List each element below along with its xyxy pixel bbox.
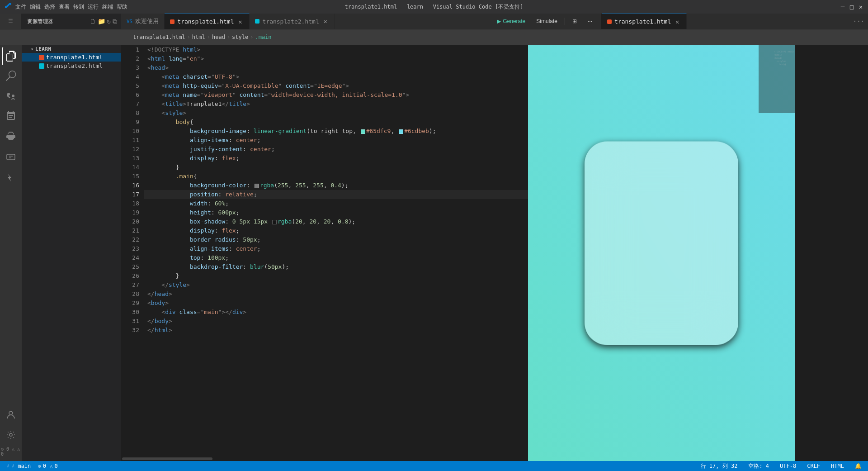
code-line-30[interactable]: <div class="main"></div> [144, 308, 528, 317]
preview-file-tab[interactable]: transplate1.html ✕ [602, 14, 687, 29]
activity-testing[interactable] [2, 168, 20, 186]
menu-goto[interactable]: 转到 [73, 3, 84, 11]
activity-settings[interactable] [2, 426, 20, 444]
refresh-icon[interactable]: ↻ [107, 18, 111, 25]
scrollbar-thumb[interactable] [122, 457, 212, 460]
status-language[interactable]: HTML [829, 461, 846, 471]
activity-source-control[interactable] [2, 87, 20, 105]
new-file-icon[interactable]: 🗋 [90, 18, 96, 25]
code-line-13[interactable]: display: flex; [144, 154, 528, 163]
file-transplate2[interactable]: transplate2.html [22, 62, 121, 70]
folder-learn[interactable]: ▾ LEARN [22, 45, 121, 53]
tab-welcome[interactable]: VS 欢迎使用 [121, 14, 165, 29]
code-line-5[interactable]: <meta http-equiv="X-UA-Compatible" conte… [144, 81, 528, 90]
code-line-17[interactable]: position: relative; [144, 190, 528, 199]
editor-layout-button[interactable]: ⊞ [569, 17, 580, 26]
menu-view[interactable]: 查看 [59, 3, 70, 11]
code-content[interactable]: 1 2 3 4 5 6 7 8 9 10 11 12 13 14 15 16 1 [121, 45, 528, 457]
error-count[interactable]: ⊘ 0 △ △ 0 [0, 446, 22, 457]
preview-tab-close[interactable]: ✕ [674, 18, 681, 25]
code-line-15[interactable]: .main{ [144, 172, 528, 181]
status-errors[interactable]: ⊘ 0 △ 0 [36, 461, 60, 471]
code-line-23[interactable]: align-items: center; [144, 244, 528, 253]
sidebar-toggle-icon[interactable]: ☰ [8, 18, 13, 24]
status-feedback[interactable]: 🔔 [853, 461, 863, 471]
tab-transplate2[interactable]: transplate2.html ✕ [250, 14, 335, 29]
status-line-ending[interactable]: CRLF [805, 461, 822, 471]
code-line-4[interactable]: <meta charset="UTF-8"> [144, 72, 528, 81]
line-num-19: 19 [121, 208, 139, 217]
code-line-9[interactable]: body{ [144, 118, 528, 127]
preview-tab-label: transplate1.html [614, 18, 671, 25]
tab-transplate1[interactable]: transplate1.html ✕ [165, 14, 250, 29]
code-line-14[interactable]: } [144, 163, 528, 172]
code-line-25[interactable]: backdrop-filter: blur(50px); [144, 262, 528, 271]
code-lines[interactable]: <!DOCTYPE html> <html lang="en"> <head> … [144, 45, 528, 457]
menu-file[interactable]: 文件 [15, 3, 26, 11]
code-line-28[interactable]: </head> [144, 290, 528, 299]
more-actions-button[interactable]: ··· [584, 17, 596, 26]
tab-transplate2-close[interactable]: ✕ [322, 18, 329, 25]
code-line-32[interactable]: </html> [144, 326, 528, 335]
breadcrumb-html[interactable]: html [192, 34, 205, 40]
code-line-6[interactable]: <meta name="viewport" content="width=dev… [144, 90, 528, 100]
tab-transplate1-close[interactable]: ✕ [236, 18, 244, 25]
menu-terminal[interactable]: 终端 [102, 3, 113, 11]
collapse-icon[interactable]: ⧉ [113, 18, 117, 25]
new-folder-icon[interactable]: 📁 [98, 18, 105, 25]
code-line-3[interactable]: <head> [144, 63, 528, 72]
code-line-29[interactable]: <body> [144, 299, 528, 308]
code-line-21[interactable]: display: flex; [144, 226, 528, 235]
generate-button[interactable]: ▶ Generate [493, 17, 529, 26]
activity-search[interactable] [2, 67, 20, 85]
activity-remote[interactable] [2, 148, 20, 167]
code-line-24[interactable]: top: 100px; [144, 253, 528, 262]
menu-edit[interactable]: 编辑 [30, 3, 41, 11]
code-line-31[interactable]: </body> [144, 317, 528, 326]
line-num-7: 7 [121, 100, 139, 109]
breadcrumb-main[interactable]: .main [255, 34, 271, 40]
horizontal-scrollbar[interactable] [121, 457, 528, 461]
code-line-26[interactable]: } [144, 271, 528, 281]
status-position[interactable]: 行 17, 列 32 [699, 461, 740, 471]
maximize-button[interactable]: □ [849, 4, 854, 10]
line-num-22: 22 [121, 235, 139, 244]
activity-run[interactable] [2, 107, 20, 125]
activity-extensions[interactable] [2, 127, 20, 145]
file-transplate1[interactable]: transplate1.html [22, 53, 121, 62]
close-button[interactable]: ✕ [858, 4, 863, 10]
minimize-button[interactable]: ─ [840, 4, 845, 10]
code-line-19[interactable]: height: 600px; [144, 208, 528, 217]
code-line-8[interactable]: <style> [144, 109, 528, 118]
simulate-button[interactable]: Simulate [533, 17, 561, 26]
menu-run[interactable]: 运行 [88, 3, 99, 11]
code-line-27[interactable]: </style> [144, 281, 528, 290]
breadcrumb-head[interactable]: head [212, 34, 225, 40]
code-line-2[interactable]: <html lang="en"> [144, 54, 528, 63]
language-mode: HTML [831, 463, 844, 469]
line-num-25: 25 [121, 262, 139, 271]
menu-select[interactable]: 选择 [44, 3, 55, 11]
tab-welcome-label: 欢迎使用 [135, 17, 159, 25]
breadcrumb-file[interactable]: transplate1.html [133, 34, 185, 40]
code-line-10[interactable]: background-image: linear-gradient(to rig… [144, 127, 528, 136]
code-line-12[interactable]: justify-content: center; [144, 145, 528, 154]
menu-help[interactable]: 帮助 [117, 3, 127, 11]
code-editor[interactable]: 1 2 3 4 5 6 7 8 9 10 11 12 13 14 15 16 1 [121, 45, 528, 461]
code-line-16[interactable]: background-color: rgba(255, 255, 255, 0.… [144, 181, 528, 190]
code-line-1[interactable]: <!DOCTYPE html> [144, 45, 528, 54]
code-line-20[interactable]: box-shadow: 0 5px 15px rgba(20, 20, 20, … [144, 217, 528, 226]
code-line-7[interactable]: <title>Tranplate1</title> [144, 100, 528, 109]
activity-account[interactable] [2, 406, 20, 424]
preview-more-icon[interactable]: ··· [853, 18, 864, 25]
code-line-18[interactable]: width: 60%; [144, 199, 528, 208]
breadcrumb-toolbar: transplate1.html › html › head › style ›… [0, 29, 868, 45]
breadcrumb-style[interactable]: style [232, 34, 248, 40]
glass-card-preview [585, 141, 738, 345]
code-line-22[interactable]: border-radius: 50px; [144, 235, 528, 244]
status-spaces[interactable]: 空格: 4 [746, 461, 771, 471]
activity-explorer[interactable] [2, 47, 20, 65]
code-line-11[interactable]: align-items: center; [144, 136, 528, 145]
status-branch[interactable]: ⑂ ⑂ main [5, 461, 33, 471]
status-encoding[interactable]: UTF-8 [778, 461, 798, 471]
